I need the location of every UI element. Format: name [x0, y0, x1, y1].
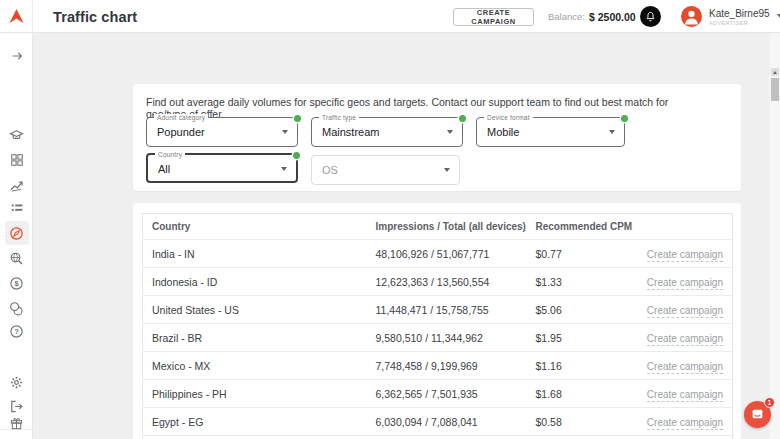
create-campaign-link[interactable]: Create campaign	[647, 249, 723, 262]
column-header-cpm: Recommended CPM	[527, 214, 637, 240]
device-format-select[interactable]: Device format Mobile	[476, 117, 625, 147]
cell-action: Create campaign	[637, 268, 733, 296]
traffic-type-value: Mainstream	[322, 118, 379, 146]
green-status-dot	[621, 115, 628, 122]
cell-impressions: 12,623,363 / 13,560,554	[367, 268, 527, 296]
table-row: Germany - DE 5,317,416 / 9,849,194 $1.46…	[143, 436, 733, 439]
cell-cpm: $1.95	[527, 324, 637, 352]
country-select[interactable]: Country All	[146, 153, 298, 183]
cell-impressions: 6,030,094 / 7,088,041	[367, 408, 527, 436]
adunit-category-value: Popunder	[157, 118, 205, 146]
sidebar-item-promo[interactable]	[0, 411, 33, 435]
column-header-action	[637, 214, 733, 240]
triangle-up-icon	[773, 71, 777, 74]
help-circle-icon: ?	[9, 324, 24, 339]
sidebar-item-traffic-chart-active[interactable]	[0, 221, 33, 245]
scrollbar-thumb[interactable]	[771, 78, 779, 101]
main-content: Find out average daily volumes for speci…	[33, 33, 780, 439]
cell-action: Create campaign	[637, 408, 733, 436]
cell-country: Germany - DE	[143, 436, 367, 439]
active-item-highlight	[5, 221, 29, 245]
adunit-category-select[interactable]: Adunit category Popunder	[146, 117, 298, 147]
arrow-right-icon	[10, 49, 24, 63]
traffic-type-select[interactable]: Traffic type Mainstream	[311, 117, 463, 147]
user-menu[interactable]: Kate_Birne95 ADVERTISER	[681, 6, 780, 28]
cell-country: Brazil - BR	[143, 324, 367, 352]
table-row: India - IN 48,106,926 / 51,067,771 $0.77…	[143, 240, 733, 268]
brand-logo[interactable]	[0, 0, 33, 33]
notifications-button[interactable]	[640, 6, 661, 27]
sidebar-item-statistics[interactable]	[0, 173, 33, 197]
top-header: Traffic chart CREATE CAMPAIGN Balance: $…	[0, 0, 780, 33]
table-row: Egypt - EG 6,030,094 / 7,088,041 $0.58 C…	[143, 408, 733, 436]
create-campaign-link[interactable]: Create campaign	[647, 417, 723, 430]
cell-cpm: $1.33	[527, 268, 637, 296]
sidebar-item-referral[interactable]	[0, 296, 33, 320]
sidebar-item-education[interactable]	[0, 123, 33, 147]
filters-card: Find out average daily volumes for speci…	[133, 84, 741, 191]
green-status-dot	[293, 152, 300, 159]
device-format-value: Mobile	[487, 118, 519, 146]
sidebar-item-help[interactable]: ?	[0, 319, 33, 343]
traffic-table-card: Country Impressions / Total (all devices…	[133, 203, 741, 439]
cell-country: Mexico - MX	[143, 352, 367, 380]
cell-cpm: $0.58	[527, 408, 637, 436]
chevron-down-icon	[444, 168, 450, 172]
sidebar-item-settings[interactable]	[0, 370, 33, 394]
cell-cpm: $1.68	[527, 380, 637, 408]
scroll-up-button[interactable]	[771, 68, 779, 76]
os-placeholder: OS	[322, 156, 338, 184]
country-value: All	[158, 155, 170, 183]
green-status-dot	[294, 115, 301, 122]
chevron-down-icon	[447, 130, 453, 134]
cell-cpm: $0.77	[527, 240, 637, 268]
create-campaign-button[interactable]: CREATE CAMPAIGN	[453, 8, 534, 26]
graduation-cap-icon	[9, 128, 24, 143]
coins-icon	[9, 301, 24, 316]
person-icon	[681, 6, 702, 27]
table-body: India - IN 48,106,926 / 51,067,771 $0.77…	[143, 240, 733, 439]
sidebar-item-tracking[interactable]	[0, 246, 33, 270]
vertical-scrollbar[interactable]	[770, 33, 780, 439]
create-campaign-link[interactable]: Create campaign	[647, 333, 723, 346]
adsterra-logo-icon	[7, 7, 26, 26]
cell-country: Indonesia - ID	[143, 268, 367, 296]
user-role: ADVERTISER	[709, 20, 770, 26]
table-header-row: Country Impressions / Total (all devices…	[143, 214, 733, 240]
column-header-impressions: Impressions / Total (all devices)	[367, 214, 527, 240]
globe-search-icon	[9, 251, 24, 266]
chat-smile-icon	[751, 408, 764, 421]
balance-label: Balance:	[548, 11, 585, 22]
user-names: Kate_Birne95 ADVERTISER	[709, 6, 770, 26]
cell-cpm: $1.46	[527, 436, 637, 439]
sidebar-item-finance[interactable]: $	[0, 271, 33, 295]
avatar	[681, 6, 702, 27]
table-row: Philippines - PH 6,362,565 / 7,501,935 $…	[143, 380, 733, 408]
traffic-table: Country Impressions / Total (all devices…	[142, 213, 733, 439]
sidebar: $ ?	[0, 33, 33, 439]
create-campaign-link[interactable]: Create campaign	[647, 389, 723, 402]
chevron-down-icon	[282, 130, 288, 134]
table-row: United States - US 11,448,471 / 15,758,7…	[143, 296, 733, 324]
chevron-down-icon	[609, 130, 615, 134]
cell-action: Create campaign	[637, 380, 733, 408]
list-lines-icon	[10, 201, 24, 215]
table-row: Indonesia - ID 12,623,363 / 13,560,554 $…	[143, 268, 733, 296]
sidebar-item-campaigns[interactable]	[0, 196, 33, 220]
cell-action: Create campaign	[637, 436, 733, 439]
cell-impressions: 9,580,510 / 11,344,962	[367, 324, 527, 352]
svg-text:?: ?	[14, 327, 19, 336]
cell-action: Create campaign	[637, 296, 733, 324]
sidebar-expand-button[interactable]	[0, 44, 33, 68]
sidebar-item-dashboard[interactable]	[0, 148, 33, 172]
create-campaign-link[interactable]: Create campaign	[647, 277, 723, 290]
app-window: Traffic chart CREATE CAMPAIGN Balance: $…	[0, 0, 780, 439]
page-title: Traffic chart	[53, 0, 137, 33]
create-campaign-link[interactable]: Create campaign	[647, 305, 723, 318]
svg-text:$: $	[14, 279, 19, 288]
gear-icon	[9, 375, 24, 390]
compass-icon	[9, 226, 24, 241]
cell-cpm: $5.06	[527, 296, 637, 324]
os-select[interactable]: OS	[311, 155, 460, 185]
create-campaign-link[interactable]: Create campaign	[647, 361, 723, 374]
